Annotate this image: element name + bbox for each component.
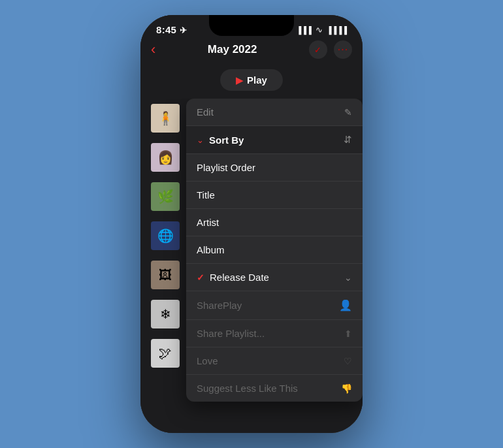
love-label: Love [197,355,218,366]
more-icon: ··· [338,44,348,56]
check-icon: ✓ [314,45,321,55]
play-bar: ▶ Play [140,65,363,99]
menu-item-edit[interactable]: Edit ✎ [186,99,363,126]
check-button[interactable]: ✓ [309,40,327,59]
phone-frame: 8:45 ✈ ▐▐▐ ∿ ▐▐▐▐ ‹ May 2022 ✓ ··· [140,15,363,433]
play-label: Play [247,74,267,86]
edit-icon: ✎ [344,107,352,118]
header: ‹ May 2022 ✓ ··· [140,35,363,65]
dropdown-menu: Edit ✎ ⌄ Sort By ⇵ Playlist Order [186,99,363,402]
album-sort-label: Album [197,244,225,255]
menu-item-album[interactable]: Album [186,236,363,264]
status-time: 8:45 ✈ [156,24,187,35]
menu-item-suggest-less[interactable]: Suggest Less Like This 👎 [186,375,363,402]
menu-item-artist[interactable]: Artist [186,209,363,236]
release-date-check-icon: ✓ [197,272,204,283]
menu-item-release-date[interactable]: ✓ Release Date ⌄ [186,264,363,291]
share-playlist-label: Share Playlist... [197,328,265,339]
title-sort-label: Title [197,189,215,200]
song-list: 🧍 Churchill D... Jack Harlow 👩 This Love… [140,99,363,433]
suggest-less-icon: 👎 [341,383,352,394]
edit-label: Edit [197,106,214,118]
battery-icon: ▐▐▐▐ [327,26,347,34]
artist-sort-label: Artist [197,217,219,228]
menu-item-playlist-order[interactable]: Playlist Order [186,154,363,182]
release-date-label: Release Date [210,272,269,283]
location-icon: ✈ [180,25,187,35]
menu-item-sort-by[interactable]: ⌄ Sort By ⇵ [186,126,363,154]
playlist-title: May 2022 [208,43,257,56]
release-date-left: ✓ Release Date [197,272,269,283]
sort-icon: ⇵ [344,134,352,146]
signal-icon: ▐▐▐ [296,26,311,34]
shareplay-icon: 👤 [339,299,352,312]
release-date-chevron-icon: ⌄ [344,272,352,283]
sort-by-left: ⌄ Sort By [197,135,244,146]
back-button[interactable]: ‹ [151,42,155,57]
notch [209,15,294,36]
share-icon: ⬆ [344,328,352,339]
sort-by-label: Sort By [209,135,244,146]
sort-chevron-icon: ⌄ [197,135,204,145]
menu-item-share-playlist[interactable]: Share Playlist... ⬆ [186,320,363,347]
playlist-order-label: Playlist Order [197,162,255,173]
header-actions: ✓ ··· [309,40,352,59]
play-icon: ▶ [236,75,243,86]
love-icon: ♡ [344,356,352,366]
play-button[interactable]: ▶ Play [220,69,283,91]
shareplay-label: SharePlay [197,300,242,311]
menu-item-love[interactable]: Love ♡ [186,347,363,375]
wifi-icon: ∿ [316,25,323,35]
dropdown-overlay: Edit ✎ ⌄ Sort By ⇵ Playlist Order [140,99,363,433]
status-icons: ▐▐▐ ∿ ▐▐▐▐ [296,25,347,35]
screen: 8:45 ✈ ▐▐▐ ∿ ▐▐▐▐ ‹ May 2022 ✓ ··· [140,15,363,433]
menu-item-shareplay[interactable]: SharePlay 👤 [186,291,363,320]
more-button[interactable]: ··· [334,40,352,59]
suggest-less-label: Suggest Less Like This [197,383,298,394]
menu-item-title[interactable]: Title [186,182,363,209]
